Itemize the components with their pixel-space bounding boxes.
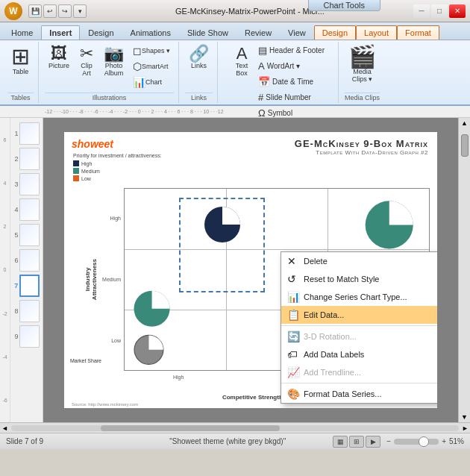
scroll-down-button[interactable]: ▼ — [461, 413, 468, 421]
slide-thumb-9[interactable]: 9 — [13, 325, 40, 348]
slide-thumb-7[interactable]: 7 — [13, 275, 40, 297]
ctx-reset[interactable]: ↺ Reset to Match Style — [281, 270, 437, 288]
h-scroll-track[interactable] — [11, 425, 459, 431]
tab-home[interactable]: Home — [3, 25, 41, 40]
tab-review[interactable]: Review — [236, 25, 280, 40]
save-icon[interactable]: 💾 — [28, 4, 42, 18]
tab-chart-layout[interactable]: Layout — [356, 25, 397, 40]
ribbon-group-text: A TextBox ▤ Header & Footer A WordArt ▾ … — [219, 42, 339, 103]
theme-info: "Showeet theme (white grey bkgd)" — [169, 437, 327, 445]
slide-number-button[interactable]: # Slide Number — [255, 90, 328, 104]
slideshow-button[interactable]: ▶ — [366, 436, 380, 448]
media-clips-icon: 🎬 — [348, 46, 376, 68]
zoom-slider[interactable] — [394, 439, 439, 445]
ctx-change-type[interactable]: 📊 Change Series Chart Type... — [281, 288, 437, 306]
header-footer-label: Header & Footer — [269, 46, 325, 54]
ctx-delete[interactable]: ✕ Delete — [281, 252, 437, 270]
qs-dropdown-icon[interactable]: ▾ — [73, 4, 87, 18]
date-time-icon: 📅 — [258, 76, 270, 87]
slide-thumb-8[interactable]: 8 — [13, 300, 40, 322]
clip-art-label: ClipArt — [81, 62, 93, 77]
tab-view[interactable]: View — [280, 25, 314, 40]
links-button[interactable]: 🔗 Links — [185, 43, 213, 72]
ctx-delete-label: Delete — [304, 257, 328, 266]
links-icon: 🔗 — [189, 46, 209, 62]
zoom-in-button[interactable]: + — [442, 437, 446, 445]
slide-thumb-3[interactable]: 3 — [13, 173, 40, 195]
header-footer-button[interactable]: ▤ Header & Footer — [255, 43, 328, 57]
textbox-label: TextBox — [236, 62, 248, 77]
quick-access-toolbar: 💾 ↩ ↪ ▾ — [28, 4, 87, 18]
media-clips-label: MediaClips ▾ — [352, 68, 373, 83]
ribbon-group-illustrations: 🖼 Picture ✂ ClipArt 📷 PhotoAlbum ◻ Shape… — [40, 42, 179, 103]
scroll-right-button[interactable]: ► — [462, 425, 469, 432]
smartart-button[interactable]: ⬡ SmartArt — [129, 59, 174, 74]
undo-icon[interactable]: ↩ — [43, 4, 57, 18]
wordart-button[interactable]: A WordArt ▾ — [255, 59, 328, 73]
slide-thumb-6[interactable]: 6 — [13, 249, 40, 272]
zoom-out-button[interactable]: − — [386, 437, 391, 445]
slide-thumb-4[interactable]: 4 — [13, 198, 40, 221]
ribbon-group-tables: ⊞ Table Tables — [3, 42, 39, 103]
horizontal-scrollbar[interactable]: ◄ ► — [0, 422, 470, 433]
media-clips-group-label: Media Clips — [345, 93, 380, 101]
chart-icon: 📊 — [133, 77, 145, 87]
slide-number-label: Slide Number — [266, 93, 311, 101]
ctx-3d-rotation[interactable]: 🔄 3-D Rotation... — [281, 328, 437, 345]
add-trendline-icon: 📈 — [287, 366, 299, 378]
scroll-up-button[interactable]: ▲ — [461, 119, 468, 127]
photo-album-button[interactable]: 📷 PhotoAlbum — [100, 43, 128, 79]
redo-icon[interactable]: ↪ — [58, 4, 72, 18]
shapes-button[interactable]: ◻ Shapes ▾ — [129, 43, 174, 58]
ribbon: ⊞ Table Tables 🖼 Picture ✂ ClipArt 📷 Pho… — [0, 40, 470, 106]
tab-chart-design[interactable]: Design — [314, 25, 356, 40]
legend-high: High — [73, 160, 162, 166]
media-clips-button[interactable]: 🎬 MediaClips ▾ — [345, 43, 380, 85]
slide-info: Slide 7 of 9 — [6, 437, 163, 445]
clip-art-button[interactable]: ✂ ClipArt — [75, 43, 98, 79]
tab-slideshow[interactable]: Slide Show — [179, 25, 236, 40]
ctx-add-trendline[interactable]: 📈 Add Trendline... — [281, 363, 437, 381]
tab-insert[interactable]: Insert — [41, 25, 80, 40]
ctx-add-labels[interactable]: 🏷 Add Data Labels — [281, 345, 437, 363]
y-label-high: High — [110, 216, 121, 221]
slide-thumb-5[interactable]: 5 — [13, 224, 40, 246]
x-label-high: High — [173, 375, 184, 380]
date-time-button[interactable]: 📅 Date & Time — [255, 75, 328, 89]
table-label: Table — [13, 68, 29, 75]
slide-header: GE-McKinsey 9-Box Matrix Template With D… — [295, 138, 428, 156]
window-controls: ─ □ ✕ — [413, 4, 466, 18]
chart-button[interactable]: 📊 Chart — [129, 75, 174, 90]
close-button[interactable]: ✕ — [449, 4, 466, 18]
links-group-label: Links — [185, 93, 213, 101]
market-share-circle — [131, 333, 167, 366]
maximize-button[interactable]: □ — [431, 4, 448, 18]
office-button[interactable]: W — [4, 2, 22, 20]
illustrations-group-label: Illustrations — [45, 93, 174, 101]
ctx-sep-1 — [281, 325, 437, 326]
scroll-left-button[interactable]: ◄ — [1, 425, 8, 432]
slide-thumb-2[interactable]: 2 — [13, 148, 40, 170]
textbox-button[interactable]: A TextBox — [230, 43, 254, 79]
slide-sorter-button[interactable]: ⊞ — [349, 436, 364, 448]
tab-chart-format[interactable]: Format — [397, 25, 439, 40]
table-button[interactable]: ⊞ Table — [7, 43, 34, 78]
ctx-change-type-label: Change Series Chart Type... — [304, 292, 407, 301]
ctx-edit-data[interactable]: 📋 Edit Data... — [281, 306, 437, 324]
selected-chart-element — [179, 198, 264, 292]
normal-view-button[interactable]: ▦ — [333, 436, 348, 448]
slide-thumbnails: 6420-2-4-6 1 2 3 4 5 6 7 8 9 — [0, 118, 43, 422]
smartart-icon: ⬡ — [133, 61, 142, 72]
picture-button[interactable]: 🖼 Picture — [45, 43, 73, 72]
scroll-track[interactable] — [461, 127, 469, 413]
tab-design[interactable]: Design — [80, 25, 122, 40]
vertical-scrollbar[interactable]: ▲ ▼ — [458, 118, 470, 422]
zoom-area: − + 51% — [386, 437, 464, 445]
ctx-format-series[interactable]: 🎨 Format Data Series... — [281, 385, 437, 403]
slide-thumb-1[interactable]: 1 — [13, 122, 40, 145]
minimize-button[interactable]: ─ — [413, 4, 430, 18]
tables-group-label: Tables — [7, 93, 34, 101]
photo-album-label: PhotoAlbum — [104, 62, 124, 77]
tab-animations[interactable]: Animations — [122, 25, 179, 40]
y-label-medium: Medium — [102, 277, 121, 282]
